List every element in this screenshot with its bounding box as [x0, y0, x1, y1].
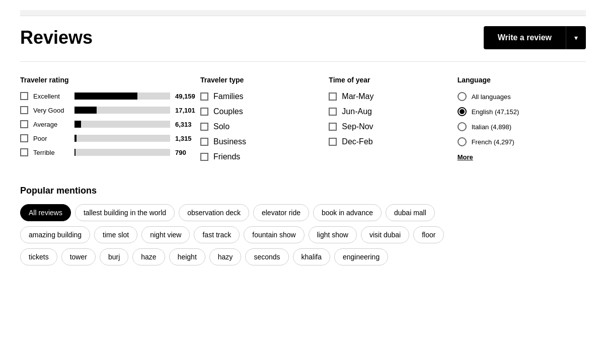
traveler-type-item: Families — [200, 92, 329, 101]
time-item: Sep-Nov — [329, 122, 457, 131]
tag-button[interactable]: haze — [132, 248, 165, 265]
tag-button[interactable]: burj — [100, 248, 128, 265]
time-checkbox[interactable] — [329, 138, 337, 146]
rating-label: Average — [33, 121, 69, 128]
tags-row: ticketstowerburjhazeheighthazysecondskha… — [20, 248, 586, 265]
type-checkbox[interactable] — [200, 153, 208, 161]
rating-bar-fill — [74, 93, 137, 100]
rating-label: Very Good — [33, 107, 69, 114]
tag-button[interactable]: seconds — [245, 248, 288, 265]
language-label: Italian (4,898) — [472, 123, 512, 131]
type-checkbox[interactable] — [200, 93, 208, 101]
traveler-type-item: Friends — [200, 152, 329, 161]
reviews-header: Reviews Write a review ▾ — [20, 26, 586, 49]
rating-checkbox[interactable] — [20, 148, 28, 156]
traveler-type-section: Traveler type Families Couples Solo Busi… — [200, 76, 329, 167]
type-checkbox[interactable] — [200, 108, 208, 116]
rating-bar — [74, 121, 170, 128]
tags-container: All reviewstallest building in the world… — [20, 204, 586, 265]
language-more-link[interactable]: More — [458, 153, 473, 161]
rating-checkbox[interactable] — [20, 106, 28, 114]
tag-button[interactable]: light show — [309, 226, 357, 243]
time-label: Sep-Nov — [342, 122, 373, 131]
time-item: Dec-Feb — [329, 137, 457, 146]
traveler-type-item: Solo — [200, 122, 329, 131]
tag-button[interactable]: height — [169, 248, 205, 265]
tag-button[interactable]: khalifa — [293, 248, 330, 265]
language-item[interactable]: English (47,152) — [458, 107, 586, 116]
rating-count: 790 — [175, 149, 200, 156]
rating-bar — [74, 149, 170, 156]
rating-bar — [74, 93, 170, 100]
traveler-rating-title: Traveler rating — [20, 76, 200, 84]
language-item[interactable]: French (4,297) — [458, 137, 586, 146]
language-item[interactable]: Italian (4,898) — [458, 122, 586, 131]
radio-button[interactable] — [458, 122, 467, 131]
type-label: Couples — [213, 107, 243, 116]
time-of-year-title: Time of year — [329, 76, 457, 84]
tag-button[interactable]: tower — [61, 248, 96, 265]
time-checkbox[interactable] — [329, 123, 337, 131]
tag-button[interactable]: observation deck — [179, 204, 249, 221]
time-item: Mar-May — [329, 92, 457, 101]
type-label: Friends — [213, 152, 240, 161]
radio-button[interactable] — [458, 107, 467, 116]
rating-label: Excellent — [33, 93, 69, 100]
tag-button[interactable]: tickets — [20, 248, 57, 265]
rating-bar-fill — [74, 121, 81, 128]
tag-button[interactable]: dubai mall — [386, 204, 435, 221]
tag-button[interactable]: All reviews — [20, 204, 71, 221]
tag-button[interactable]: fast track — [194, 226, 240, 243]
tag-button[interactable]: amazing building — [20, 226, 90, 243]
time-checkbox[interactable] — [329, 93, 337, 101]
rating-label: Terrible — [33, 149, 69, 156]
type-checkbox[interactable] — [200, 123, 208, 131]
rating-label: Poor — [33, 135, 69, 142]
language-section: Language All languages English (47,152) … — [458, 76, 586, 167]
rating-bar — [74, 107, 170, 114]
time-label: Jun-Aug — [342, 107, 372, 116]
tag-button[interactable]: floor — [413, 226, 444, 243]
tag-button[interactable]: engineering — [334, 248, 388, 265]
type-label: Families — [213, 92, 244, 101]
radio-button[interactable] — [458, 137, 467, 146]
type-label: Business — [213, 137, 246, 146]
language-item[interactable]: All languages — [458, 92, 586, 101]
time-checkbox[interactable] — [329, 108, 337, 116]
traveler-type-item: Business — [200, 137, 329, 146]
header-divider — [20, 61, 586, 62]
language-label: French (4,297) — [472, 138, 514, 146]
rating-bar-fill — [74, 149, 75, 156]
write-review-dropdown-button[interactable]: ▾ — [566, 26, 586, 49]
time-label: Mar-May — [342, 92, 373, 101]
type-checkbox[interactable] — [200, 138, 208, 146]
rating-bar — [74, 135, 170, 142]
time-items: Mar-May Jun-Aug Sep-Nov Dec-Feb — [329, 92, 457, 146]
radio-button[interactable] — [458, 92, 467, 101]
tag-button[interactable]: elevator ride — [253, 204, 309, 221]
rating-count: 17,101 — [175, 107, 200, 114]
write-review-button[interactable]: Write a review — [484, 26, 566, 49]
traveler-type-title: Traveler type — [200, 76, 329, 84]
time-item: Jun-Aug — [329, 107, 457, 116]
rating-item: Terrible 790 — [20, 148, 200, 156]
rating-count: 49,159 — [175, 93, 200, 100]
tag-button[interactable]: hazy — [209, 248, 242, 265]
rating-bar-fill — [74, 107, 97, 114]
traveler-type-item: Couples — [200, 107, 329, 116]
rating-item: Very Good 17,101 — [20, 106, 200, 114]
rating-checkbox[interactable] — [20, 92, 28, 100]
language-label: All languages — [472, 93, 511, 101]
rating-checkbox[interactable] — [20, 120, 28, 128]
tags-row: All reviewstallest building in the world… — [20, 204, 586, 221]
page-title: Reviews — [20, 27, 93, 48]
write-review-group: Write a review ▾ — [484, 26, 586, 49]
rating-count: 6,313 — [175, 121, 200, 128]
tag-button[interactable]: fountain show — [244, 226, 304, 243]
tag-button[interactable]: time slot — [94, 226, 137, 243]
tag-button[interactable]: book in advance — [313, 204, 382, 221]
tag-button[interactable]: visit dubai — [361, 226, 409, 243]
tag-button[interactable]: night view — [141, 226, 190, 243]
rating-checkbox[interactable] — [20, 134, 28, 142]
tag-button[interactable]: tallest building in the world — [75, 204, 175, 221]
